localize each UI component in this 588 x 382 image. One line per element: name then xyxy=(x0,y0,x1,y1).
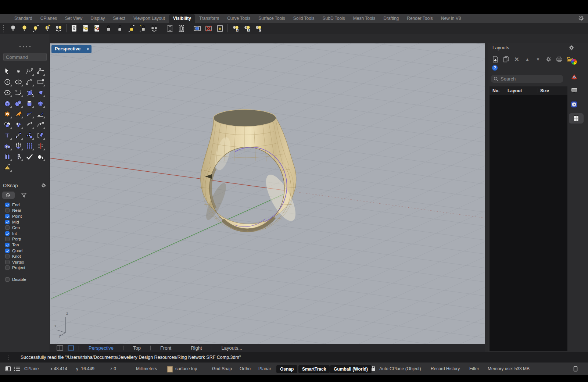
checkbox-mid[interactable] xyxy=(5,220,10,224)
coordinate-z[interactable]: z 0 xyxy=(110,363,116,375)
grid-snap-toggle[interactable]: Grid Snap xyxy=(212,363,232,375)
split-tool-icon[interactable] xyxy=(35,109,46,119)
check-tool-icon[interactable] xyxy=(24,151,35,161)
osnap-perp[interactable]: Perp xyxy=(5,236,26,242)
delete-render-mesh-icon[interactable] xyxy=(204,24,213,33)
viewport-title[interactable]: Perspective xyxy=(51,45,84,53)
unlock-objects-icon[interactable] xyxy=(115,24,125,33)
new-layout-icon[interactable] xyxy=(492,56,499,63)
help-panel-icon[interactable]: ? xyxy=(569,99,579,110)
osnap-tan[interactable]: Tan xyxy=(5,242,26,248)
lock-selected-icon[interactable] xyxy=(138,24,147,33)
swap-locked-icon[interactable] xyxy=(149,24,159,33)
rotate-tool-icon[interactable] xyxy=(35,130,46,140)
rebuild-curve-tool-icon[interactable] xyxy=(24,119,35,129)
osnap-knot[interactable]: Knot xyxy=(5,253,26,259)
polygon-tool-icon[interactable] xyxy=(2,88,12,97)
layouts-search-input[interactable] xyxy=(491,75,563,83)
osnap-near[interactable]: Near xyxy=(5,208,26,214)
surface-from-points-tool-icon[interactable] xyxy=(24,88,35,97)
osnap-end[interactable]: End xyxy=(5,202,26,208)
bulb-a-icon[interactable]: A xyxy=(231,24,240,33)
tab-set-view[interactable]: Set View xyxy=(61,14,86,23)
tab-subd-tools[interactable]: SubD Tools xyxy=(319,14,349,23)
extrude-tool-icon[interactable] xyxy=(13,141,24,151)
filter-button[interactable]: Filter xyxy=(469,363,479,375)
column-no[interactable]: No. xyxy=(490,88,505,93)
pyramid-tool-icon[interactable] xyxy=(2,162,12,172)
viewport-menu-chevron-icon[interactable]: ▼ xyxy=(84,45,92,53)
column-size[interactable]: Size xyxy=(538,88,567,93)
text-tool-icon[interactable]: T xyxy=(2,130,12,140)
checkbox-vertex[interactable] xyxy=(5,260,10,264)
planar-toggle[interactable]: Planar xyxy=(258,363,271,375)
sidebar-drag-handle[interactable] xyxy=(18,46,32,47)
checkbox-int[interactable] xyxy=(5,231,10,236)
checkbox-cen[interactable] xyxy=(5,225,10,230)
lock-objects-icon[interactable] xyxy=(104,24,113,33)
osnap-gear-icon[interactable] xyxy=(41,183,46,188)
checkbox-knot[interactable] xyxy=(5,254,10,258)
boolean-union-tool-icon[interactable] xyxy=(2,119,12,129)
color-wheel-icon[interactable] xyxy=(569,57,579,67)
tab-select[interactable]: Select xyxy=(109,14,129,23)
trim-tool-icon[interactable] xyxy=(24,109,35,119)
command-input[interactable] xyxy=(3,53,47,61)
tab-display[interactable]: Display xyxy=(86,14,109,23)
viewport-tab-layouts[interactable]: Layouts... xyxy=(212,345,252,351)
viewport-tab-perspective[interactable]: Perspective xyxy=(79,345,123,351)
offset-surface-tool-icon[interactable] xyxy=(2,151,12,161)
explode-tool-icon[interactable] xyxy=(2,109,12,119)
tab-solid-tools[interactable]: Solid Tools xyxy=(289,14,319,23)
tab-cplanes[interactable]: CPlanes xyxy=(36,14,61,23)
circle-tool-icon[interactable] xyxy=(2,77,12,87)
tab-mesh-tools[interactable]: Mesh Tools xyxy=(349,14,379,23)
viewport-tab-right[interactable]: Right xyxy=(181,345,211,351)
toolbar-drag-handle[interactable] xyxy=(3,24,4,32)
checkbox-disable[interactable] xyxy=(5,277,10,282)
curved-surface-tool-icon[interactable] xyxy=(35,88,46,97)
osnap-toggle[interactable]: Osnap xyxy=(276,365,297,373)
rectangle-tool-icon[interactable] xyxy=(35,77,46,87)
bulb-c-icon[interactable]: C xyxy=(254,24,263,33)
checkbox-near[interactable] xyxy=(5,208,10,213)
primitives-tool-icon[interactable] xyxy=(35,151,46,161)
hide-in-detail-icon[interactable] xyxy=(69,24,79,33)
layer-color-swatch[interactable] xyxy=(167,366,173,372)
record-history-toggle[interactable]: Record History xyxy=(431,363,460,375)
cylinder-tool-icon[interactable] xyxy=(24,98,35,108)
checkbox-perp[interactable] xyxy=(5,237,10,241)
osnap-vertex[interactable]: Vertex xyxy=(5,259,26,265)
auto-cplane-button[interactable]: Auto CPlane (Object) xyxy=(379,363,421,375)
notifications-icon[interactable] xyxy=(573,366,578,372)
sphere-tool-icon[interactable] xyxy=(13,98,24,108)
control-point-curve-tool-icon[interactable] xyxy=(24,66,35,76)
viewport-tab-front[interactable]: Front xyxy=(151,345,181,351)
osnap-mid[interactable]: Mid xyxy=(5,219,26,225)
current-layer-button[interactable]: surface top xyxy=(175,363,197,375)
osnap-project[interactable]: Project xyxy=(5,265,26,271)
perspective-viewport[interactable]: Perspective ▼ z x y xyxy=(50,43,485,344)
section-tool-icon[interactable] xyxy=(35,141,46,151)
array-tool-icon[interactable] xyxy=(24,141,35,151)
bulb-b-icon[interactable]: B xyxy=(242,24,252,33)
viewport-title-badge[interactable]: Perspective ▼ xyxy=(51,45,92,53)
tab-render-tools[interactable]: Render Tools xyxy=(403,14,437,23)
layouts-table-body[interactable] xyxy=(490,95,567,351)
enable-clipping-icon[interactable] xyxy=(165,24,175,33)
layouts-gear-icon[interactable] xyxy=(569,45,574,51)
history-drag-handle[interactable] xyxy=(7,354,9,361)
command-history-bar[interactable]: Successfully read file "/Users/trisha/Do… xyxy=(0,352,588,363)
box-tool-icon[interactable] xyxy=(2,98,12,108)
tab-standard[interactable]: Standard xyxy=(10,14,36,23)
checkbox-end[interactable] xyxy=(5,203,10,207)
extract-render-mesh-icon[interactable] xyxy=(215,24,225,33)
list-icon[interactable] xyxy=(14,366,20,372)
layouts-panel-tab-icon[interactable] xyxy=(569,113,584,124)
swap-hidden-icon[interactable] xyxy=(42,24,52,33)
arc-tool-icon[interactable] xyxy=(24,77,35,87)
osnap-point[interactable]: Point xyxy=(5,213,26,219)
move-down-icon[interactable]: ▼ xyxy=(534,56,542,63)
osnap-tab-filter[interactable] xyxy=(18,192,30,199)
coordinate-y[interactable]: y -16.449 xyxy=(76,363,94,375)
